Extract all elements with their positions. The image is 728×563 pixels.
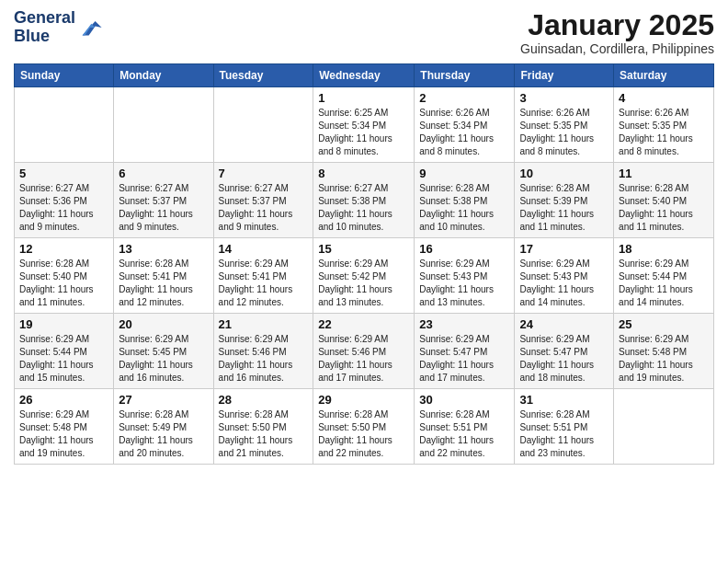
day-info: Sunrise: 6:29 AMSunset: 5:48 PMDaylight:… [619,333,709,385]
day-number: 25 [619,317,709,331]
table-row: 7Sunrise: 6:27 AMSunset: 5:37 PMDaylight… [213,163,313,238]
day-info: Sunrise: 6:28 AMSunset: 5:40 PMDaylight:… [619,182,709,234]
col-friday: Friday [515,64,614,87]
col-monday: Monday [114,64,213,87]
day-info: Sunrise: 6:29 AMSunset: 5:42 PMDaylight:… [318,258,409,309]
col-thursday: Thursday [415,64,515,87]
day-info: Sunrise: 6:28 AMSunset: 5:50 PMDaylight:… [219,408,309,460]
day-number: 20 [119,317,208,331]
logo-icon [77,15,103,40]
table-row: 2Sunrise: 6:26 AMSunset: 5:34 PMDaylight… [415,87,515,163]
table-row: 24Sunrise: 6:29 AMSunset: 5:47 PMDayligh… [515,314,614,389]
table-row: 6Sunrise: 6:27 AMSunset: 5:37 PMDaylight… [114,163,213,238]
day-number: 28 [219,393,309,407]
day-number: 7 [219,167,309,180]
day-number: 11 [619,167,709,180]
day-number: 15 [318,242,409,256]
table-row: 1Sunrise: 6:25 AMSunset: 5:34 PMDaylight… [313,87,415,163]
day-number: 17 [519,242,609,256]
day-info: Sunrise: 6:26 AMSunset: 5:35 PMDaylight:… [619,107,709,158]
logo: GeneralBlue [14,9,103,46]
table-row: 22Sunrise: 6:29 AMSunset: 5:46 PMDayligh… [313,314,415,389]
table-row: 21Sunrise: 6:29 AMSunset: 5:46 PMDayligh… [213,314,313,389]
day-number: 24 [519,317,609,331]
day-info: Sunrise: 6:25 AMSunset: 5:34 PMDaylight:… [318,107,409,158]
day-info: Sunrise: 6:29 AMSunset: 5:43 PMDaylight:… [419,258,509,309]
day-number: 14 [219,242,309,256]
day-info: Sunrise: 6:27 AMSunset: 5:38 PMDaylight:… [318,182,409,234]
day-number: 5 [19,167,108,180]
table-row [114,87,213,163]
day-number: 16 [419,242,509,256]
table-row: 18Sunrise: 6:29 AMSunset: 5:44 PMDayligh… [614,238,714,314]
table-row: 30Sunrise: 6:28 AMSunset: 5:51 PMDayligh… [415,389,515,465]
day-info: Sunrise: 6:29 AMSunset: 5:41 PMDaylight:… [219,258,309,309]
day-number: 3 [519,91,609,105]
day-info: Sunrise: 6:28 AMSunset: 5:51 PMDaylight:… [419,408,509,460]
day-info: Sunrise: 6:27 AMSunset: 5:37 PMDaylight:… [219,182,309,234]
day-number: 21 [219,317,309,331]
day-info: Sunrise: 6:26 AMSunset: 5:34 PMDaylight:… [419,107,509,158]
day-info: Sunrise: 6:27 AMSunset: 5:37 PMDaylight:… [119,182,208,234]
day-info: Sunrise: 6:29 AMSunset: 5:43 PMDaylight:… [519,258,609,309]
day-info: Sunrise: 6:28 AMSunset: 5:49 PMDaylight:… [119,408,208,460]
day-number: 2 [419,91,509,105]
col-tuesday: Tuesday [213,64,313,87]
table-row: 13Sunrise: 6:28 AMSunset: 5:41 PMDayligh… [114,238,213,314]
day-info: Sunrise: 6:26 AMSunset: 5:35 PMDaylight:… [519,107,609,158]
day-number: 10 [519,167,609,180]
table-row: 29Sunrise: 6:28 AMSunset: 5:50 PMDayligh… [313,389,415,465]
col-sunday: Sunday [15,64,114,87]
day-info: Sunrise: 6:28 AMSunset: 5:39 PMDaylight:… [519,182,609,234]
table-row: 3Sunrise: 6:26 AMSunset: 5:35 PMDaylight… [515,87,614,163]
day-info: Sunrise: 6:28 AMSunset: 5:51 PMDaylight:… [519,408,609,460]
title-block: January 2025 Guinsadan, Cordillera, Phil… [520,9,714,56]
day-number: 22 [318,317,409,331]
day-info: Sunrise: 6:27 AMSunset: 5:36 PMDaylight:… [19,182,108,234]
day-number: 8 [318,167,409,180]
day-info: Sunrise: 6:29 AMSunset: 5:44 PMDaylight:… [619,258,709,309]
table-row [15,87,114,163]
table-row: 12Sunrise: 6:28 AMSunset: 5:40 PMDayligh… [15,238,114,314]
table-row: 25Sunrise: 6:29 AMSunset: 5:48 PMDayligh… [614,314,714,389]
col-wednesday: Wednesday [313,64,415,87]
table-row: 8Sunrise: 6:27 AMSunset: 5:38 PMDaylight… [313,163,415,238]
col-saturday: Saturday [614,64,714,87]
logo-text: GeneralBlue [14,9,75,46]
page-header: GeneralBlue January 2025 Guinsadan, Cord… [14,9,714,56]
table-row: 27Sunrise: 6:28 AMSunset: 5:49 PMDayligh… [114,389,213,465]
table-row: 4Sunrise: 6:26 AMSunset: 5:35 PMDaylight… [614,87,714,163]
day-number: 31 [519,393,609,407]
day-info: Sunrise: 6:28 AMSunset: 5:40 PMDaylight:… [19,258,108,309]
day-number: 9 [419,167,509,180]
table-row: 19Sunrise: 6:29 AMSunset: 5:44 PMDayligh… [15,314,114,389]
table-row: 15Sunrise: 6:29 AMSunset: 5:42 PMDayligh… [313,238,415,314]
table-row: 10Sunrise: 6:28 AMSunset: 5:39 PMDayligh… [515,163,614,238]
day-info: Sunrise: 6:29 AMSunset: 5:47 PMDaylight:… [519,333,609,385]
day-info: Sunrise: 6:29 AMSunset: 5:48 PMDaylight:… [19,408,108,460]
day-number: 6 [119,167,208,180]
day-info: Sunrise: 6:29 AMSunset: 5:45 PMDaylight:… [119,333,208,385]
table-row: 5Sunrise: 6:27 AMSunset: 5:36 PMDaylight… [15,163,114,238]
day-info: Sunrise: 6:28 AMSunset: 5:50 PMDaylight:… [318,408,409,460]
table-row: 11Sunrise: 6:28 AMSunset: 5:40 PMDayligh… [614,163,714,238]
day-number: 27 [119,393,208,407]
day-number: 26 [19,393,108,407]
calendar-week-row: 12Sunrise: 6:28 AMSunset: 5:40 PMDayligh… [15,238,714,314]
table-row: 9Sunrise: 6:28 AMSunset: 5:38 PMDaylight… [415,163,515,238]
table-row: 28Sunrise: 6:28 AMSunset: 5:50 PMDayligh… [213,389,313,465]
day-number: 12 [19,242,108,256]
day-info: Sunrise: 6:29 AMSunset: 5:47 PMDaylight:… [419,333,509,385]
day-number: 19 [19,317,108,331]
day-info: Sunrise: 6:29 AMSunset: 5:46 PMDaylight:… [318,333,409,385]
day-number: 1 [318,91,409,105]
table-row [213,87,313,163]
day-info: Sunrise: 6:28 AMSunset: 5:41 PMDaylight:… [119,258,208,309]
location: Guinsadan, Cordillera, Philippines [520,41,714,56]
day-number: 4 [619,91,709,105]
table-row: 14Sunrise: 6:29 AMSunset: 5:41 PMDayligh… [213,238,313,314]
table-row: 31Sunrise: 6:28 AMSunset: 5:51 PMDayligh… [515,389,614,465]
day-info: Sunrise: 6:28 AMSunset: 5:38 PMDaylight:… [419,182,509,234]
table-row: 23Sunrise: 6:29 AMSunset: 5:47 PMDayligh… [415,314,515,389]
page-container: GeneralBlue January 2025 Guinsadan, Cord… [0,0,728,469]
